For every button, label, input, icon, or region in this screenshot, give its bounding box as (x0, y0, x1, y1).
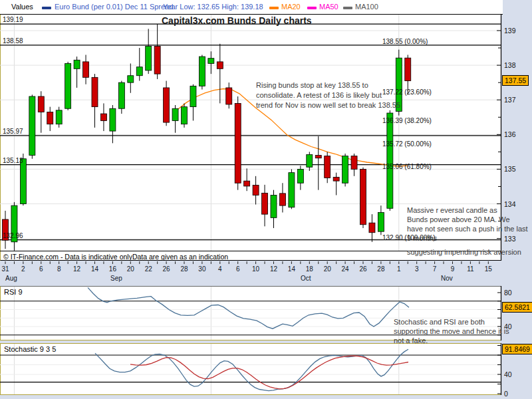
date-label: 6 (39, 265, 43, 273)
stoch-axis-label: 0 (504, 390, 508, 398)
price-axis-label: 136 (504, 130, 516, 138)
stoch-value-badge: 91.8469 (502, 344, 532, 354)
month-label: Oct (301, 275, 311, 282)
ma20-marker-icon (269, 7, 279, 9)
date-label: 28 (180, 265, 188, 273)
date-label: 20 (127, 265, 134, 273)
fib-label: 136.39 (38.20%) (382, 117, 432, 124)
date-label: 18 (306, 265, 313, 273)
date-label: 15 (485, 265, 492, 273)
date-label: 11 (467, 265, 473, 273)
rsi-value-badge: 62.5821 (502, 302, 532, 313)
stoch-panel-label: Stochastic 9 3 5 (4, 345, 56, 353)
date-label: 12 (73, 265, 80, 273)
date-label: 10 (252, 265, 259, 273)
date-label: 20 (324, 265, 331, 273)
date-label: 4 (218, 265, 222, 273)
date-label: 9 (451, 265, 455, 273)
chart-title: Capital3x.com Bunds Daily charts (162, 15, 361, 26)
legend-bar: Values Euro Bund (per 0.01) Dec 11 Sprea… (0, 0, 503, 15)
date-label: 8 (57, 265, 61, 273)
annotation-1: Rising bunds stop at key 138.55 toconsol… (256, 80, 400, 110)
instrument-marker-icon (42, 7, 51, 9)
fib-label: 135.72 (50.00%) (382, 140, 432, 148)
price-axis-label: 135 (504, 165, 516, 173)
annotation-line: Massive r eversal candle as (407, 205, 528, 215)
legend-ma50[interactable]: MA50 (319, 3, 338, 11)
legend-instrument[interactable]: Euro Bund (per 0.01) Dec 11 Spread (55, 3, 173, 11)
date-label: 16 (109, 265, 116, 273)
date-label: 2 (21, 265, 25, 273)
ma50-marker-icon (307, 7, 317, 9)
price-axis-label: 137 (504, 96, 516, 104)
left-price-label: 132.96 (3, 232, 23, 239)
month-label: Nov (441, 275, 453, 282)
annotation-line: Bunds power above 20 MA. We (407, 215, 528, 224)
annotation-line: 9 months (407, 233, 528, 243)
date-label: 7 (433, 265, 437, 273)
date-label: 3 (415, 265, 419, 273)
left-price-label: 139.19 (3, 16, 23, 23)
values-label: Values (11, 3, 33, 11)
stoch-axis-label: 40 (504, 370, 512, 378)
annotation-line: have not seen such a push in the last (407, 224, 528, 233)
date-label: 24 (342, 265, 349, 273)
annotation-line: Rising bunds stop at key 138.55 to (256, 80, 400, 90)
date-label: 14 (288, 265, 295, 273)
date-label: 1 (397, 265, 401, 273)
annotation-line: trend for Nov is now well set to break 1… (256, 100, 400, 110)
charting-app: { "title": "Capital3x.com Bunds Daily ch… (0, 0, 532, 399)
annotation-line: supporting the move and hence it is (394, 327, 509, 336)
legend-ma20[interactable]: MA20 (281, 3, 301, 11)
annotation-line: consolidate. A retest of 136 is likely b… (256, 90, 400, 100)
date-label: 14 (91, 265, 98, 273)
annotation-line: suggesting impending risk aversion (407, 247, 521, 257)
left-price-label: 135.97 (3, 128, 23, 135)
date-label: 12 (270, 265, 277, 273)
date-label: 30 (198, 265, 205, 273)
date-label: 22 (145, 265, 152, 273)
indication-note: Data are given as an indication (132, 253, 228, 261)
legend-ma100[interactable]: MA100 (355, 3, 378, 11)
fib-label: 135.06 (61.80%) (382, 163, 432, 170)
legend-year-range: Year Low: 132.65 High: 139.18 (163, 3, 263, 11)
last-price-badge: 137.55 (502, 75, 529, 86)
annotation-3: suggesting impending risk aversion (407, 247, 521, 257)
date-label: 26 (163, 265, 170, 273)
annotation-4: Stochastic and RSI are bothsupporting th… (394, 317, 509, 345)
fib-label: 138.55 (0.00%) (382, 38, 428, 45)
annotation-line: not a fake. (394, 336, 509, 345)
date-label: 26 (359, 265, 366, 273)
price-axis-label: 138 (504, 61, 516, 69)
left-price-label: 138.58 (3, 37, 23, 45)
month-label: Sep (110, 275, 122, 282)
left-price-label: 135.13 (3, 157, 23, 164)
copyright-bar: © IT-Finance.com - Data is indicative on… (3, 253, 228, 261)
date-label: 28 (377, 265, 384, 273)
stoch-panel (0, 343, 501, 395)
date-label: 31 (1, 265, 9, 273)
rsi-axis-label: 80 (504, 289, 512, 297)
copyright-text: © IT-Finance.com - Data is indicative on… (3, 253, 132, 261)
annotation-line: Stochastic and RSI are both (394, 317, 509, 327)
annotation-2: Massive r eversal candle asBunds power a… (407, 205, 528, 243)
date-label: 6 (236, 265, 240, 273)
ma100-marker-icon (343, 7, 352, 9)
month-label: Aug (5, 275, 17, 282)
price-axis-label: 139 (504, 27, 516, 35)
rsi-panel-label: RSI 9 (4, 288, 23, 296)
